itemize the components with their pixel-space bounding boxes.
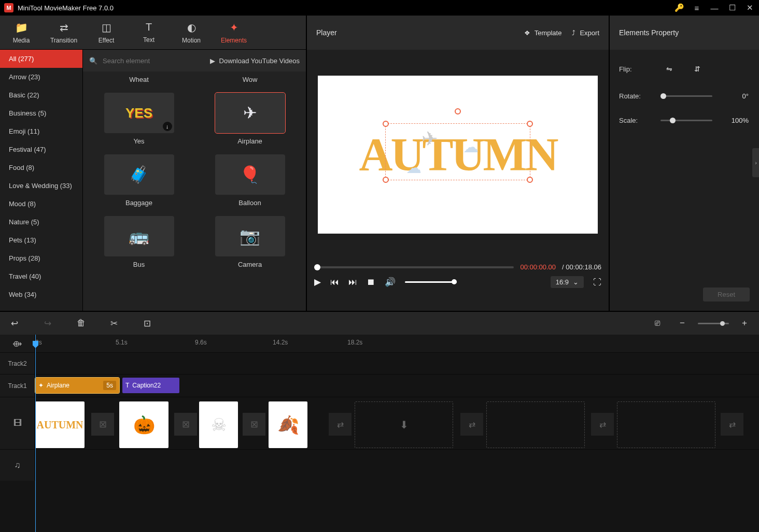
- video-track-icon[interactable]: 🎞: [0, 397, 35, 449]
- transition-slot[interactable]: ⊠: [91, 413, 114, 436]
- fit-button[interactable]: ⎚: [648, 318, 667, 328]
- category-item[interactable]: Arrow (23): [0, 68, 82, 86]
- export-button[interactable]: ⤴Export: [572, 29, 599, 37]
- element-thumb[interactable]: 🎈: [215, 154, 285, 195]
- preview-canvas[interactable]: AUTUMN ☁ ☁ ✈: [307, 50, 609, 259]
- selection-box[interactable]: [385, 123, 530, 180]
- collapse-panel-button[interactable]: ›: [752, 148, 759, 177]
- element-thumb[interactable]: YES↓: [104, 93, 174, 133]
- element-label: Baggage: [125, 199, 152, 207]
- maximize-icon[interactable]: ☐: [727, 3, 737, 13]
- video-clip[interactable]: ☠: [199, 401, 238, 448]
- transition-slot[interactable]: ⇄: [591, 413, 614, 436]
- resize-handle[interactable]: [383, 121, 389, 127]
- category-item[interactable]: Love & Wedding (33): [0, 177, 82, 195]
- audio-track-body[interactable]: [35, 450, 759, 481]
- split-button[interactable]: ✂: [105, 318, 123, 329]
- tab-text[interactable]: TText: [128, 16, 170, 49]
- transition-slot[interactable]: ⊠: [243, 413, 265, 436]
- volume-icon[interactable]: 🔊: [385, 277, 396, 287]
- transition-slot[interactable]: ⇄: [329, 413, 352, 436]
- resize-handle[interactable]: [383, 177, 389, 183]
- volume-slider[interactable]: [405, 281, 457, 283]
- prev-frame-button[interactable]: ⏮: [330, 277, 339, 287]
- track-1-body[interactable]: ✦ Airplane 5s T Caption22: [35, 375, 759, 397]
- download-youtube-button[interactable]: ▶ Download YouTube Videos: [210, 57, 300, 65]
- element-thumb[interactable]: 🚌: [104, 216, 174, 256]
- category-item[interactable]: Travel (40): [0, 267, 82, 285]
- category-item[interactable]: Business (5): [0, 104, 82, 122]
- empty-slot[interactable]: [486, 401, 585, 448]
- category-item[interactable]: Emoji (11): [0, 122, 82, 140]
- add-track-button[interactable]: ⟴: [0, 335, 35, 352]
- seek-slider[interactable]: [314, 266, 514, 268]
- category-item[interactable]: Basic (22): [0, 86, 82, 104]
- time-duration: / 00:00:18.06: [562, 263, 601, 271]
- resize-handle[interactable]: [527, 177, 533, 183]
- track-2-body[interactable]: [35, 353, 759, 374]
- transition-slot[interactable]: ⇄: [460, 413, 483, 436]
- clip-caption[interactable]: T Caption22: [122, 378, 179, 393]
- prev-label-wow: Wow: [202, 71, 298, 83]
- delete-button[interactable]: 🗑: [72, 318, 90, 328]
- redo-button[interactable]: ↪: [38, 318, 57, 329]
- category-item[interactable]: Nature (5): [0, 213, 82, 231]
- track-header-2[interactable]: Track2: [0, 353, 35, 374]
- key-icon[interactable]: 🔑: [674, 3, 684, 13]
- timeline-toolbar: ↩ ↪ 🗑 ✂ ⊡ ⎚ − +: [0, 312, 759, 335]
- category-item[interactable]: Festival (47): [0, 140, 82, 159]
- transition-slot[interactable]: ⊠: [174, 413, 197, 436]
- aspect-ratio-select[interactable]: 16:9 ⌄: [551, 276, 584, 288]
- tab-effect[interactable]: ◫Effect: [85, 16, 128, 49]
- undo-button[interactable]: ↩: [5, 318, 24, 329]
- rotate-handle[interactable]: [455, 108, 461, 114]
- template-button[interactable]: ❖Template: [524, 29, 562, 37]
- playhead[interactable]: [35, 335, 36, 532]
- video-clip[interactable]: AUTUMN: [35, 401, 85, 448]
- reset-button[interactable]: Reset: [703, 287, 750, 301]
- empty-slot[interactable]: ⬇: [355, 401, 453, 448]
- zoom-out-button[interactable]: −: [673, 318, 692, 328]
- main-toolbar: 📁Media ⇄Transition ◫Effect TText ◐Motion…: [0, 16, 306, 50]
- zoom-slider[interactable]: [698, 323, 729, 324]
- category-item[interactable]: Web (34): [0, 285, 82, 304]
- element-thumb[interactable]: 📷: [215, 216, 285, 256]
- resize-handle[interactable]: [527, 121, 533, 127]
- fullscreen-button[interactable]: ⛶: [593, 278, 601, 287]
- track-header-1[interactable]: Track1: [0, 375, 35, 397]
- stop-button[interactable]: ⏹: [367, 277, 375, 287]
- element-thumb[interactable]: 🧳: [104, 154, 174, 195]
- tab-media[interactable]: 📁Media: [0, 16, 43, 49]
- video-clip[interactable]: 🍂: [269, 401, 307, 448]
- audio-track-icon[interactable]: ♫: [0, 450, 35, 481]
- tab-transition[interactable]: ⇄Transition: [43, 16, 85, 49]
- video-clip[interactable]: 🎃: [119, 401, 168, 448]
- play-button[interactable]: ▶: [314, 277, 321, 287]
- flip-vertical-button[interactable]: ⇵: [688, 62, 706, 76]
- scale-slider[interactable]: [660, 120, 712, 121]
- crop-button[interactable]: ⊡: [138, 318, 157, 329]
- category-item[interactable]: Food (8): [0, 159, 82, 177]
- category-item[interactable]: Mood (8): [0, 195, 82, 213]
- rotate-slider[interactable]: [660, 95, 712, 97]
- transition-slot[interactable]: ⇄: [721, 413, 743, 436]
- tab-elements[interactable]: ✦Elements: [213, 16, 255, 49]
- zoom-in-button[interactable]: +: [735, 318, 754, 328]
- menu-icon[interactable]: ≡: [692, 3, 702, 13]
- close-icon[interactable]: ✕: [744, 3, 755, 13]
- search-icon: 🔍: [89, 57, 97, 65]
- element-thumb[interactable]: ✈: [215, 93, 285, 133]
- timeline-ruler[interactable]: 0s5.1s9.6s14.2s18.2s: [35, 335, 759, 352]
- next-frame-button[interactable]: ⏭: [348, 277, 357, 287]
- tab-motion[interactable]: ◐Motion: [170, 16, 213, 49]
- category-item[interactable]: Pets (13): [0, 231, 82, 249]
- video-track-body[interactable]: AUTUMN ⊠ 🎃 ⊠ ☠ ⊠ 🍂 ⇄ ⬇ ⇄ ⇄ ⇄: [35, 397, 759, 449]
- empty-slot[interactable]: [617, 401, 715, 448]
- element-grid: Wheat Wow YES↓Yes✈Airplane🧳Baggage🎈Ballo…: [91, 71, 298, 268]
- search-input[interactable]: [103, 57, 191, 65]
- category-item[interactable]: Props (28): [0, 249, 82, 267]
- category-item[interactable]: All (277): [0, 50, 82, 68]
- clip-airplane[interactable]: ✦ Airplane 5s: [35, 378, 119, 393]
- flip-horizontal-button[interactable]: ⇋: [660, 62, 678, 76]
- minimize-icon[interactable]: —: [709, 3, 720, 13]
